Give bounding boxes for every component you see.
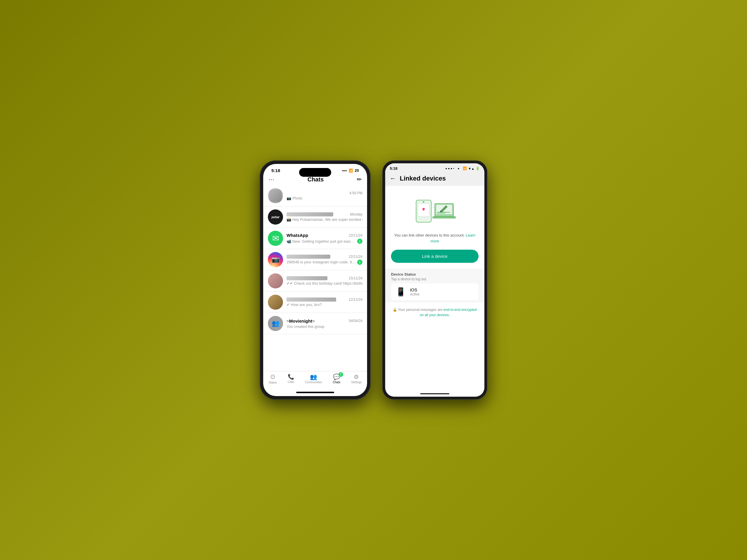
chat-preview: 290546 is your Instagram login code. It … (287, 260, 362, 265)
chat-name: WhatsApp (287, 233, 308, 238)
back-button[interactable]: ← (390, 175, 396, 182)
chat-time: Monday (350, 212, 362, 216)
svg-point-2 (423, 201, 424, 203)
description-text: You can link other devices to this accou… (394, 233, 465, 237)
tab-bar: ⊙ Status 📞 Calls 👥 Communities 💬 2 Ch (263, 371, 367, 390)
more-options-button[interactable]: ⋯ (268, 176, 274, 183)
iphone-device: 5:18 ▪▪▪▪ 📶 20 ⋯ Chats ✏ (260, 160, 370, 400)
ios-device-icon: 📱 (396, 287, 406, 297)
chat-preview: ✔✔ Check out this birthday card! https:/… (287, 281, 362, 286)
avatar-image (268, 188, 283, 203)
chat-item[interactable]: ✉ WhatsApp 22/11/24 📹 New: Getting toget… (263, 228, 367, 249)
battery-icon-android: 🔋 (475, 166, 480, 170)
avatar: 📷 (268, 252, 283, 267)
chats-tab-icon: 💬 2 (333, 374, 340, 380)
chat-name-blurred (287, 297, 336, 301)
chat-name: ~Movienight~ (287, 319, 315, 323)
phones-container: 5:18 ▪▪▪▪ 📶 20 ⋯ Chats ✏ (260, 160, 487, 400)
signal-bars-icon: ▪▪▪▪ (342, 168, 347, 173)
chat-item[interactable]: 15/11/24 ✔✔ Check out this birthday card… (263, 270, 367, 292)
android-status-icons: ● ● ● • ● 📶 ▼▲ 🔋 (445, 166, 480, 170)
whatsapp-icon: ✉ (272, 234, 279, 243)
chat-name-blurred (287, 255, 330, 259)
chat-name-row: WhatsApp 22/11/24 (287, 233, 362, 238)
avatar: ✉ (268, 231, 283, 246)
camera-icon: 📷 (287, 196, 291, 201)
device-status-subtitle: Tap a device to log out. (391, 277, 479, 281)
device-status-section: Device Status Tap a device to log out. 📱… (385, 269, 484, 302)
device-status-active: Active (410, 292, 420, 296)
pulsar-logo: pulsar (268, 209, 283, 224)
device-status-title: Device Status (391, 272, 479, 276)
android-status-bar: 5:18 ● ● ● • ● 📶 ▼▲ 🔋 (385, 163, 484, 172)
chat-time: 12/11/24 (349, 297, 362, 301)
android-time: 5:18 (390, 166, 397, 170)
chat-preview: ✔ How are you, bro? (287, 302, 362, 307)
avatar (268, 188, 283, 203)
unread-badge: 1 (357, 260, 362, 265)
android-screen: 5:18 ● ● ● • ● 📶 ▼▲ 🔋 ← Linked devices (385, 163, 484, 397)
android-content: You can link other devices to this accou… (385, 186, 484, 397)
chat-name-row: 15/11/24 (287, 276, 362, 280)
tab-settings-label: Settings (351, 381, 362, 384)
edit-button[interactable]: ✏ (357, 176, 362, 183)
chat-preview: 📸 Hey Pulsarmaniac, We are super excited… (287, 217, 362, 222)
encryption-notice: 🔒 Your personal messages are end-to-end … (385, 302, 484, 322)
camera-dot: ● (458, 167, 459, 170)
spacer (385, 322, 484, 391)
communities-icon: 👥 (310, 374, 317, 380)
chat-name-row: ~Movienight~ 04/04/24 (287, 319, 362, 323)
chat-list: 4:56 PM 📷 Photo pulsar (263, 185, 367, 371)
chat-preview: 📹 New: Getting together just got easier … (287, 239, 362, 244)
tab-settings[interactable]: ⚙ Settings (351, 374, 362, 384)
wifi-icon: 📶 (349, 168, 353, 173)
android-device: 5:18 ● ● ● • ● 📶 ▼▲ 🔋 ← Linked devices (382, 160, 487, 400)
link-device-button[interactable]: Link a device (391, 250, 479, 263)
android-home-indicator (385, 391, 484, 397)
svg-rect-5 (433, 216, 456, 218)
tab-communities-label: Communities (305, 381, 322, 384)
signal-icon: 📶 (463, 166, 467, 170)
tab-status[interactable]: ⊙ Status (268, 374, 277, 384)
lock-icon: 🔒 (393, 308, 398, 312)
chat-preview: 📷 Photo (287, 196, 362, 201)
chat-content: Monday 📸 Hey Pulsarmaniac, We are super … (287, 212, 362, 222)
iphone-time: 5:18 (272, 168, 280, 173)
device-info: iOS Active (410, 287, 420, 296)
unread-badge: 1 (357, 239, 362, 244)
linked-devices-svg (411, 194, 458, 226)
status-icon: ⊙ (270, 374, 276, 380)
device-item-ios[interactable]: 📱 iOS Active (391, 284, 479, 300)
chat-item[interactable]: pulsar Monday 📸 Hey Pulsarmaniac, We are… (263, 207, 367, 228)
chat-content: WhatsApp 22/11/24 📹 New: Getting togethe… (287, 233, 362, 244)
iphone-status-bar: 5:18 ▪▪▪▪ 📶 20 (263, 164, 367, 175)
chat-item[interactable]: 12/11/24 ✔ How are you, bro? (263, 292, 367, 313)
instagram-icon: 📷 (272, 256, 280, 263)
chat-name-row: Monday (287, 212, 362, 216)
chat-content: 22/11/24 290546 is your Instagram login … (287, 255, 362, 265)
chat-name-blurred (287, 276, 327, 280)
tab-status-label: Status (268, 381, 277, 384)
dynamic-island (299, 168, 331, 177)
chat-name-row: 12/11/24 (287, 297, 362, 301)
android-header: ← Linked devices (385, 172, 484, 186)
chat-preview: You created this group (287, 324, 362, 329)
chats-title: Chats (308, 176, 324, 183)
chat-content: 4:56 PM 📷 Photo (287, 191, 362, 201)
chat-item[interactable]: 4:56 PM 📷 Photo (263, 185, 367, 207)
tab-communities[interactable]: 👥 Communities (305, 374, 322, 384)
chats-badge: 2 (338, 372, 343, 377)
avatar: 👥 (268, 316, 283, 331)
chat-item[interactable]: 📷 22/11/24 290546 is your Instagram logi… (263, 249, 367, 270)
encryption-text: Your personal messages are end-to-end en… (398, 308, 477, 317)
battery-icon: 20 (355, 168, 359, 173)
chat-content: 12/11/24 ✔ How are you, bro? (287, 297, 362, 307)
linked-devices-title: Linked devices (400, 175, 446, 182)
tab-calls[interactable]: 📞 Calls (288, 374, 294, 383)
chat-name-blurred (287, 212, 333, 216)
tab-chats-label: Chats (333, 381, 340, 384)
chat-item[interactable]: 👥 ~Movienight~ 04/04/24 You created this… (263, 313, 367, 334)
chat-content: 15/11/24 ✔✔ Check out this birthday card… (287, 276, 362, 286)
iphone-status-icons: ▪▪▪▪ 📶 20 (342, 168, 359, 173)
tab-chats[interactable]: 💬 2 Chats (333, 374, 340, 384)
